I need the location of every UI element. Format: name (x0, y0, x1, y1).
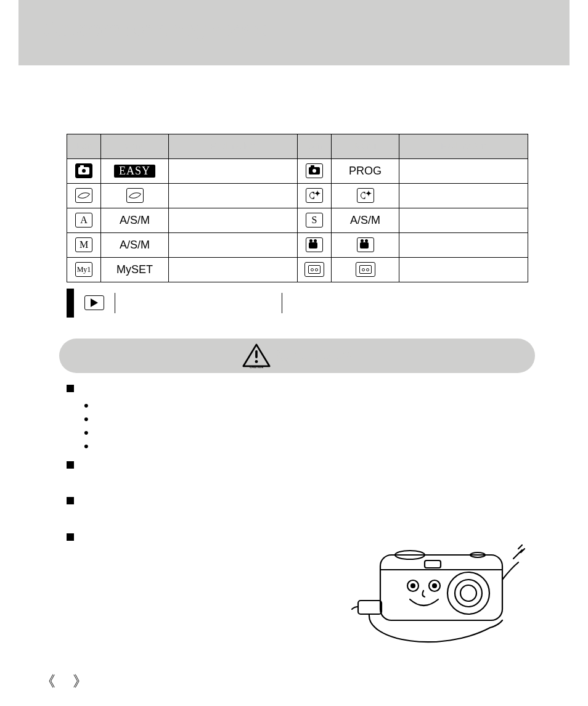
svg-point-10 (455, 580, 482, 607)
desc: Movie clip mode (399, 232, 528, 257)
table-row: M A/S/M Manual mode Movie clip mode (67, 232, 528, 257)
desc: Voice recording mode (399, 257, 528, 282)
letter-m-icon: M (75, 237, 92, 252)
svg-rect-8 (425, 560, 441, 568)
caution-label: CAUTION (274, 346, 351, 365)
caution-subtext: Modification or attempted repair of the … (95, 413, 439, 425)
caution-text: We cannot be held responsible in any way… (83, 382, 508, 397)
col-h: Icon (298, 134, 332, 158)
page-footer: 20 (41, 671, 88, 691)
easy-badge: EASY (114, 165, 155, 178)
page-number: 20 (58, 676, 70, 689)
col-h: Explanation (399, 134, 528, 158)
section-header: Camera working mode (18, 0, 570, 65)
lead-text: You can select the desired working mode … (59, 75, 535, 110)
col-h: Icon (67, 134, 101, 158)
caution-list: We cannot be held responsible in any way… (67, 382, 535, 561)
menu-label: A/S/M (101, 232, 169, 257)
play-icon-cell (70, 290, 115, 315)
desc: Easy shot mode (169, 158, 298, 183)
camera-illustration (348, 536, 533, 647)
tape-icon (304, 262, 324, 277)
bracket-left-icon (41, 671, 55, 691)
tape-icon (356, 262, 375, 277)
square-bullet-icon (67, 533, 74, 541)
caution-subtext: Connecting non-standard peripheral equip… (95, 440, 394, 453)
modes-table: Icon Menu Explanation Icon Menu Explanat… (67, 134, 528, 282)
caution-subtext: Misuse of the camera. (95, 400, 198, 412)
caution-text: In any of these circumstances, all image… (83, 530, 348, 561)
table-header-row: Icon Menu Explanation Icon Menu Explanat… (67, 134, 528, 158)
svg-point-11 (460, 585, 476, 601)
night-icon: ✦ (357, 188, 374, 203)
col-h: Menu (101, 134, 169, 158)
desc: Macro mode (169, 183, 298, 208)
desc: Program mode (399, 158, 528, 183)
section-title: Selecting camera mode (74, 116, 203, 130)
desc: Manual mode (169, 232, 298, 257)
caution-text: Never open the battery chamber cover or … (83, 458, 535, 489)
desc: User set mode (169, 257, 298, 282)
svg-point-13 (411, 584, 415, 588)
section-heading: Selecting camera mode (59, 116, 535, 130)
letter-a-icon: A (75, 213, 92, 228)
svg-point-2 (255, 360, 258, 363)
desc: Shutter priority mode (399, 208, 528, 232)
col-h: Explanation (169, 134, 298, 158)
caution-icon: CAUTION (242, 343, 271, 368)
leaf-icon (75, 188, 92, 203)
svg-point-9 (447, 572, 489, 614)
svg-rect-1 (255, 350, 258, 358)
col-h: Menu (332, 134, 399, 158)
caution-bar: CAUTION CAUTION (59, 339, 535, 373)
camera-icon (306, 163, 323, 178)
table-row: EASY Easy shot mode PROG Program mode (67, 158, 528, 183)
square-bullet-icon (67, 461, 74, 469)
night-icon: ✦ (306, 188, 323, 203)
menu-label: PROG (332, 158, 399, 183)
table-row: A A/S/M Aperture priority mode S A/S/M S… (67, 208, 528, 232)
caution-sublist: •Misuse of the camera. •Modification or … (84, 400, 535, 453)
page-title: Camera working mode (43, 17, 545, 41)
square-bullet-icon (67, 497, 74, 504)
my1-icon: My1 (75, 262, 92, 277)
movie-icon (306, 237, 323, 252)
svg-text:CAUTION: CAUTION (250, 366, 264, 368)
camera-icon (75, 163, 92, 178)
svg-point-15 (433, 584, 436, 588)
square-bullet-icon (67, 385, 74, 392)
menu-label: MySET (101, 257, 169, 282)
bracket-right-icon (73, 671, 88, 691)
desc: Night scene mode (399, 183, 528, 208)
caution-text: When the LCD panel indicates that the ba… (83, 494, 526, 525)
svg-rect-16 (358, 601, 382, 614)
menu-label: A/S/M (101, 208, 169, 232)
table-row: Macro mode ✦ ✦ Night scene mode (67, 183, 528, 208)
table-row: My1 MySET User set mode Voice recording … (67, 257, 528, 282)
caution-item: When the LCD panel indicates that the ba… (67, 494, 535, 525)
caution-item: Never open the battery chamber cover or … (67, 458, 535, 489)
caution-subtext: Exchanging the memory card while the cam… (95, 427, 479, 439)
leaf-icon (126, 188, 144, 203)
caution-item: We cannot be held responsible in any way… (67, 382, 535, 397)
letter-s-icon: S (306, 213, 323, 228)
menu-label: A/S/M (332, 208, 399, 232)
movie-icon (357, 237, 374, 252)
play-label: PLAY MODE (115, 290, 282, 315)
play-icon (84, 295, 104, 310)
play-mode-table: PLAY MODE (67, 289, 282, 318)
desc: Aperture priority mode (169, 208, 298, 232)
bullet-dot (59, 120, 65, 126)
